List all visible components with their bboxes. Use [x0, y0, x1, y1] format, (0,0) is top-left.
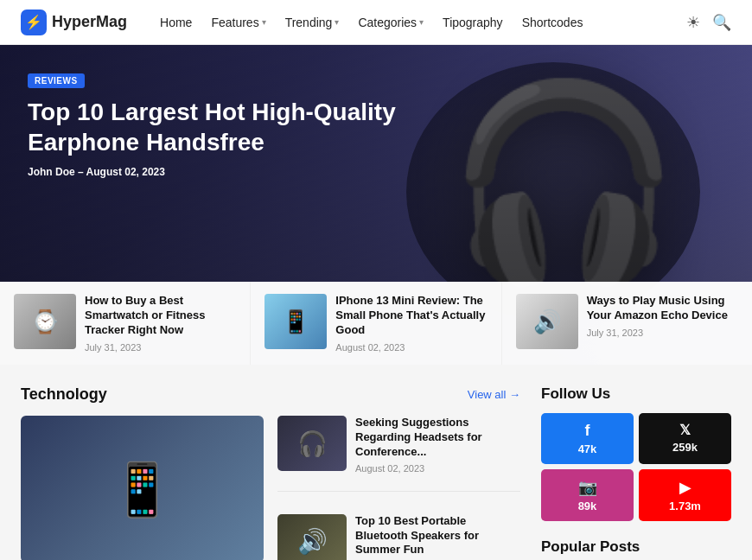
follow-us-title: Follow Us [541, 385, 731, 403]
list-item[interactable]: 🔊 Top 10 Best Portable Bluetooth Speaker… [277, 514, 520, 560]
nav-trending[interactable]: Trending ▾ [277, 10, 348, 35]
tech-main-card[interactable]: 📱 TECHNOLOGY IPhone 13 Mini Review: The … [21, 416, 264, 560]
hero-author: John Doe [28, 166, 75, 178]
tech-main-image: 📱 [21, 416, 264, 560]
hero-card-2-content: IPhone 13 Mini Review: The Small Phone T… [335, 294, 487, 353]
hero-card-3-date: July 31, 2023 [587, 328, 738, 338]
view-all-link[interactable]: View all → [468, 388, 520, 401]
hero-date: August 02, 2023 [86, 166, 165, 178]
main-nav: Home Features ▾ Trending ▾ Categories ▾ … [151, 10, 686, 35]
youtube-icon: ▶ [679, 478, 691, 497]
nav-categories[interactable]: Categories ▾ [349, 10, 432, 35]
hero-card-2[interactable]: 📱 IPhone 13 Mini Review: The Small Phone… [251, 282, 501, 365]
twitter-icon: 𝕏 [679, 422, 691, 438]
header-actions: ☀ 🔍 [686, 13, 731, 32]
nav-home[interactable]: Home [151, 10, 201, 35]
content-area: Technology View all → 📱 TECHNOLOGY IPhon… [21, 385, 520, 560]
hero-section: REVIEWS Top 10 Largest Hot High-Quality … [0, 45, 752, 365]
hero-card-2-title: IPhone 13 Mini Review: The Small Phone T… [335, 294, 487, 338]
tech-list-content-2: Top 10 Best Portable Bluetooth Speakers … [355, 514, 520, 560]
hero-title: Top 10 Largest Hot High-Quality Earphone… [28, 97, 443, 157]
twitter-button[interactable]: 𝕏 259k [639, 413, 731, 464]
facebook-button[interactable]: f 47k [541, 413, 634, 464]
youtube-button[interactable]: ▶ 1.73m [639, 469, 731, 521]
instagram-icon: 📷 [578, 478, 597, 497]
chevron-down-icon: ▾ [262, 17, 266, 27]
hero-card-3-title: Ways to Play Music Using Your Amazon Ech… [587, 294, 738, 323]
twitter-count: 259k [672, 441, 698, 454]
follow-us-section: Follow Us f 47k 𝕏 259k 📷 89k ▶ 1.73m [541, 385, 731, 521]
logo-text: HyperMag [52, 13, 127, 31]
search-icon[interactable]: 🔍 [712, 13, 731, 32]
logo[interactable]: ⚡ HyperMag [21, 10, 127, 35]
tech-list-thumb-1: 🎧 [277, 416, 347, 471]
hero-content: REVIEWS Top 10 Largest Hot High-Quality … [28, 73, 443, 178]
facebook-icon: f [585, 422, 590, 440]
hero-separator: – [78, 166, 86, 178]
header: ⚡ HyperMag Home Features ▾ Trending ▾ Ca… [0, 0, 752, 45]
nav-features[interactable]: Features ▾ [202, 10, 274, 35]
theme-toggle-icon[interactable]: ☀ [686, 13, 700, 32]
main-content: Technology View all → 📱 TECHNOLOGY IPhon… [0, 365, 752, 560]
technology-section-header: Technology View all → [21, 385, 520, 404]
tech-list-thumb-2: 🔊 [277, 514, 347, 560]
instagram-button[interactable]: 📷 89k [541, 469, 634, 521]
tech-list-date-1: August 02, 2023 [355, 463, 520, 474]
hero-card-3-content: Ways to Play Music Using Your Amazon Ech… [587, 294, 738, 338]
list-item[interactable]: 🎧 Seeking Suggestions Regarding Headsets… [277, 416, 520, 474]
hero-card-3-thumb: 🔊 [516, 294, 578, 349]
hero-card-2-thumb: 📱 [264, 294, 327, 349]
hero-cards: ⌚ How to Buy a Best Smartwatch or Fitnes… [0, 282, 752, 365]
chevron-down-icon: ▾ [335, 17, 339, 27]
hero-card-1-content: How to Buy a Best Smartwatch or Fitness … [85, 294, 236, 353]
hero-badge: REVIEWS [28, 73, 85, 88]
chevron-down-icon: ▾ [419, 17, 424, 27]
hero-card-1-date: July 31, 2023 [85, 342, 236, 353]
tech-list: 🎧 Seeking Suggestions Regarding Headsets… [277, 416, 520, 560]
popular-posts-section: Popular Posts REVIEWS Top 10 Largest Hot… [541, 538, 731, 560]
divider [277, 491, 520, 492]
facebook-count: 47k [578, 442, 597, 455]
hero-card-2-date: August 02, 2023 [335, 342, 487, 353]
tech-list-content-1: Seeking Suggestions Regarding Headsets f… [355, 416, 520, 474]
sidebar: Follow Us f 47k 𝕏 259k 📷 89k ▶ 1.73m [541, 385, 731, 560]
technology-title: Technology [21, 385, 107, 404]
logo-icon: ⚡ [21, 10, 47, 35]
nav-typography[interactable]: Tipography [434, 10, 512, 35]
tech-list-title-2: Top 10 Best Portable Bluetooth Speakers … [355, 514, 520, 558]
nav-shortcodes[interactable]: Shortcodes [513, 10, 592, 35]
hero-card-3[interactable]: 🔊 Ways to Play Music Using Your Amazon E… [502, 282, 752, 365]
hero-card-1-thumb: ⌚ [14, 294, 76, 349]
tech-list-title-1: Seeking Suggestions Regarding Headsets f… [355, 416, 520, 460]
youtube-count: 1.73m [669, 500, 701, 512]
popular-posts-title: Popular Posts [541, 538, 731, 556]
social-buttons: f 47k 𝕏 259k 📷 89k ▶ 1.73m [541, 413, 731, 521]
hero-meta: John Doe – August 02, 2023 [28, 166, 443, 178]
technology-grid: 📱 TECHNOLOGY IPhone 13 Mini Review: The … [21, 416, 520, 560]
instagram-count: 89k [578, 500, 597, 512]
hero-card-1-title: How to Buy a Best Smartwatch or Fitness … [85, 294, 236, 338]
hero-card-1[interactable]: ⌚ How to Buy a Best Smartwatch or Fitnes… [0, 282, 251, 365]
